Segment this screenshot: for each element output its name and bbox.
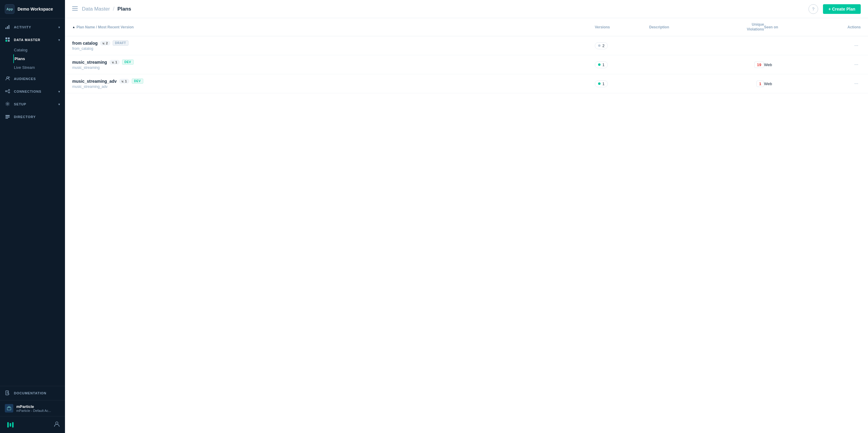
plan-name-cell-2: music_streaming v. 1 DEV music_streaming — [72, 60, 595, 70]
sidebar-item-activity-label: ACTIVITY — [14, 25, 58, 29]
status-badge-1: DRAFT — [113, 40, 128, 45]
plan-name-main-3: music_streaming_adv v. 1 DEV — [72, 78, 595, 84]
svg-point-9 — [5, 91, 7, 92]
topbar-left: Data Master / Plans — [72, 6, 131, 12]
svg-line-12 — [7, 90, 8, 91]
sidebar-item-setup-label: SETUP — [14, 102, 58, 106]
svg-rect-16 — [5, 116, 10, 118]
org-info: mParticle mParticle - Default Ac... — [16, 404, 60, 412]
org-item[interactable]: mParticle mParticle - Default Ac... — [0, 400, 65, 416]
sidebar-item-audiences[interactable]: AUDIENCES — [0, 73, 65, 85]
status-badge-2: DEV — [122, 60, 133, 65]
nav-section-setup: SETUP ▾ — [0, 98, 65, 110]
sidebar-item-setup[interactable]: SETUP ▾ — [0, 98, 65, 110]
sidebar-item-data-master-label: DATA MASTER — [14, 38, 58, 42]
plan-name-main-1: from catalog v. 2 DRAFT — [72, 40, 595, 45]
svg-point-14 — [7, 103, 8, 105]
create-plan-button[interactable]: + Create Plan — [823, 4, 861, 14]
setup-icon — [5, 101, 10, 107]
table-row: from catalog v. 2 DRAFT from_catalog 2 — [65, 36, 868, 55]
sidebar-item-live-stream[interactable]: Live Stream — [14, 63, 65, 72]
main-content: Data Master / Plans ? + Create Plan ▲ Pl… — [65, 0, 868, 433]
sidebar-item-connections[interactable]: CONNECTIONS ▾ — [0, 86, 65, 97]
sidebar-item-audiences-label: AUDIENCES — [14, 77, 60, 80]
data-master-chevron-icon: ▾ — [58, 38, 60, 42]
sidebar-item-activity[interactable]: ACTIVITY ▾ — [0, 22, 65, 33]
th-plan-name: ▲ Plan Name / Most Recent Version — [72, 22, 595, 32]
sidebar-item-documentation[interactable]: DOCUMENTATION — [0, 386, 65, 400]
svg-rect-5 — [5, 40, 7, 42]
more-actions-button-3[interactable]: ··· — [852, 80, 861, 88]
svg-point-11 — [8, 92, 10, 93]
actions-cell-1: ··· — [825, 42, 861, 49]
nav-section-connections: CONNECTIONS ▾ — [0, 86, 65, 97]
svg-line-13 — [7, 92, 8, 92]
sort-arrow-icon: ▲ — [72, 25, 75, 29]
breadcrumb-parent[interactable]: Data Master — [82, 6, 110, 12]
plan-slug-3: music_streaming_adv — [72, 85, 595, 89]
more-actions-button-1[interactable]: ··· — [852, 42, 861, 49]
plan-name-cell-3: music_streaming_adv v. 1 DEV music_strea… — [72, 78, 595, 89]
plans-table: ▲ Plan Name / Most Recent Version Versio… — [65, 18, 868, 93]
topbar-right: ? + Create Plan — [808, 4, 861, 14]
activity-chevron-icon: ▾ — [58, 26, 60, 29]
sidebar-item-data-master[interactable]: DATA MASTER ▾ — [0, 34, 65, 45]
violations-cell-2: 19 — [716, 62, 764, 68]
org-name: mParticle — [16, 404, 60, 409]
versions-cell-3: 1 — [595, 80, 649, 87]
data-master-subnav: Catalog Plans Live Stream — [0, 45, 65, 72]
svg-point-10 — [8, 89, 10, 91]
nav-section-data-master: DATA MASTER ▾ Catalog Plans Live Stream — [0, 34, 65, 72]
sidebar-item-catalog[interactable]: Catalog — [14, 45, 65, 54]
versions-cell-2: 1 — [595, 61, 649, 68]
nav-section-activity: ACTIVITY ▾ — [0, 22, 65, 33]
more-actions-button-2[interactable]: ··· — [852, 61, 861, 69]
svg-rect-6 — [8, 40, 10, 42]
help-button[interactable]: ? — [808, 4, 818, 14]
nav-section-directory: DIRECTORY — [0, 111, 65, 123]
logo-bar-2 — [10, 423, 11, 427]
org-sub: mParticle - Default Ac... — [16, 409, 60, 412]
svg-rect-17 — [5, 118, 8, 119]
user-icon[interactable] — [54, 421, 60, 429]
app-icon: App — [5, 4, 14, 14]
svg-point-7 — [7, 77, 8, 78]
plan-name-main-2: music_streaming v. 1 DEV — [72, 60, 595, 65]
plan-slug-2: music_streaming — [72, 66, 595, 70]
version-count-2: 1 — [595, 61, 608, 68]
sidebar-item-directory[interactable]: DIRECTORY — [0, 111, 65, 123]
svg-rect-1 — [7, 26, 8, 29]
nav-section-audiences: AUDIENCES — [0, 73, 65, 85]
actions-cell-3: ··· — [825, 80, 861, 88]
svg-rect-4 — [8, 37, 10, 39]
version-count-1: 2 — [595, 42, 608, 49]
violations-badge-2: 19 — [754, 62, 764, 68]
seen-on-cell-3: Web — [764, 81, 825, 86]
doc-icon — [5, 391, 10, 396]
logo-bar-3 — [12, 422, 13, 428]
svg-point-24 — [56, 422, 58, 424]
th-seen-on: Seen on — [764, 22, 825, 32]
connections-chevron-icon: ▾ — [58, 90, 60, 93]
violations-badge-3: 1 — [756, 80, 764, 87]
version-badge-2: v. 1 — [110, 60, 120, 65]
setup-chevron-icon: ▾ — [58, 103, 60, 106]
plan-name-cell-1: from catalog v. 2 DRAFT from_catalog — [72, 40, 595, 51]
directory-icon — [5, 114, 10, 120]
sidebar-bottom: DOCUMENTATION mParticle mParticle - Defa… — [0, 386, 65, 433]
table-icon — [5, 37, 10, 42]
menu-toggle-icon[interactable] — [72, 6, 78, 12]
sidebar-item-connections-label: CONNECTIONS — [14, 90, 58, 93]
sidebar-item-plans[interactable]: Plans — [13, 54, 65, 63]
dot-icon-2 — [598, 63, 600, 66]
actions-cell-2: ··· — [825, 61, 861, 69]
sidebar-header: App Demo Workspace — [0, 0, 65, 19]
version-badge-3: v. 1 — [119, 79, 129, 84]
svg-rect-2 — [8, 25, 9, 29]
sidebar-item-directory-label: DIRECTORY — [14, 115, 60, 119]
logo-bar-1 — [7, 422, 9, 428]
version-badge-1: v. 2 — [100, 41, 110, 45]
mparticle-logo — [5, 421, 16, 429]
documentation-label: DOCUMENTATION — [14, 391, 46, 395]
versions-cell-1: 2 — [595, 42, 649, 49]
